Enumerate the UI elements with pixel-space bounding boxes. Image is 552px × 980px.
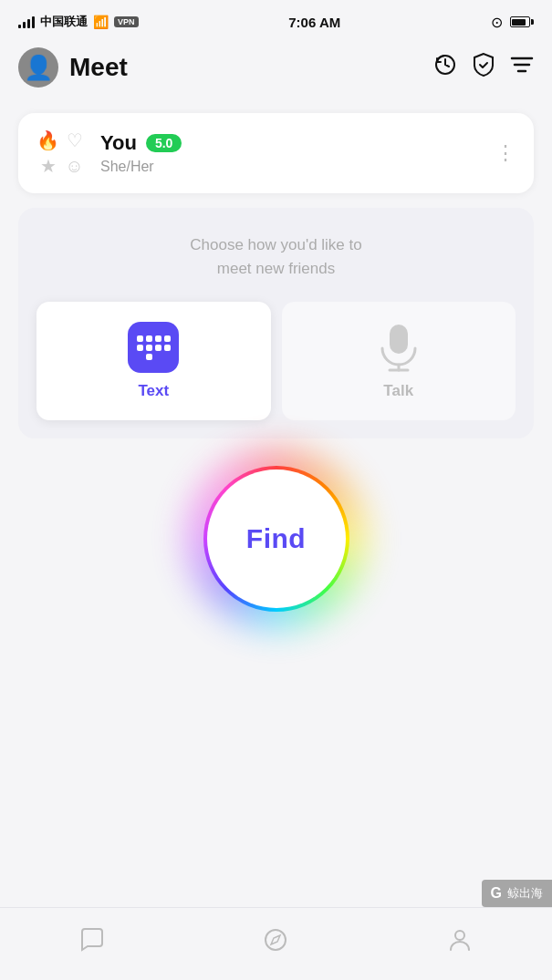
status-right: ⊙ (491, 14, 534, 31)
profile-pronoun: She/Her (100, 159, 154, 174)
flame-icon: 🔥 (36, 129, 59, 151)
user-avatar[interactable]: 👤 (18, 47, 58, 88)
find-section: Find (0, 466, 552, 612)
watermark-logo: G (491, 885, 502, 902)
profile-card: 🔥 ♡ ★ ☺ You 5.0 She/Her ⋮ (18, 113, 534, 193)
heart-icon: ♡ (63, 129, 86, 151)
profile-name: You (100, 131, 137, 155)
history-icon[interactable] (433, 53, 457, 82)
svg-point-9 (455, 931, 464, 940)
meet-options: Text Talk (36, 302, 516, 420)
profile-interest-icons: 🔥 ♡ ★ ☺ (36, 129, 86, 177)
profile-rating: 5.0 (146, 134, 182, 152)
find-button[interactable]: Find (203, 466, 349, 612)
meet-mode-card: Choose how you'd like tomeet new friends… (18, 208, 534, 438)
status-bar: 中国联通 📶 VPN 7:06 AM ⊙ (0, 0, 552, 40)
wifi-icon: 📶 (93, 15, 109, 29)
header-actions (433, 52, 534, 83)
profile-name-row: You 5.0 (100, 131, 486, 155)
profile-menu-button[interactable]: ⋮ (486, 141, 516, 165)
star-icon: ★ (36, 155, 59, 177)
bottom-nav (0, 907, 552, 980)
svg-marker-8 (271, 935, 280, 944)
svg-point-7 (266, 930, 286, 950)
nav-profile[interactable] (432, 926, 487, 954)
talk-option-label: Talk (383, 382, 413, 400)
vpn-badge: VPN (114, 16, 139, 27)
app-header: 👤 Meet (0, 40, 552, 98)
text-option-label: Text (138, 382, 169, 400)
text-option-button[interactable]: Text (36, 302, 271, 420)
filter-icon[interactable] (510, 55, 534, 80)
app-title: Meet (69, 53, 433, 82)
watermark-text: 鲸出海 (507, 885, 543, 902)
signal-icon (18, 15, 35, 28)
smile-icon: ☺ (63, 155, 86, 177)
chat-icon (78, 926, 106, 954)
status-left: 中国联通 📶 VPN (18, 14, 139, 30)
nav-chat[interactable] (65, 926, 120, 954)
watermark: G 鲸出海 (482, 880, 552, 907)
find-button-inner: Find (207, 469, 346, 608)
text-mode-icon (128, 322, 179, 373)
svg-rect-4 (390, 325, 408, 354)
battery-icon (510, 16, 534, 27)
compass-icon (262, 926, 289, 954)
talk-option-button[interactable]: Talk (282, 302, 516, 420)
talk-mode-icon (373, 322, 424, 373)
meet-subtitle: Choose how you'd like tomeet new friends (190, 233, 361, 280)
find-label: Find (246, 523, 306, 554)
status-time: 7:06 AM (288, 15, 340, 30)
nav-explore[interactable] (248, 926, 303, 954)
profile-info: You 5.0 She/Her (100, 131, 486, 175)
location-dot-icon: ⊙ (491, 14, 503, 31)
keyboard-icon (135, 334, 172, 362)
person-icon (446, 926, 474, 954)
shield-icon[interactable] (472, 52, 495, 83)
carrier-label: 中国联通 (40, 14, 88, 30)
